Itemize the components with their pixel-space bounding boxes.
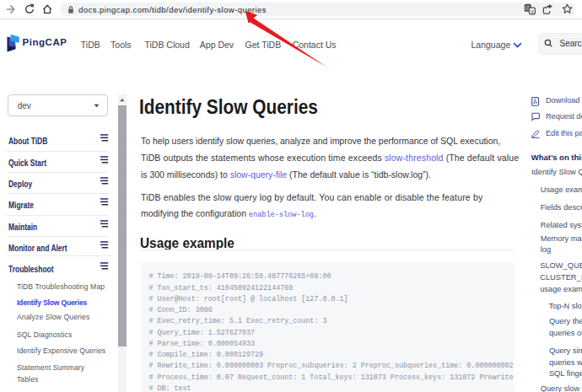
svg-text:g: g: [531, 8, 533, 13]
